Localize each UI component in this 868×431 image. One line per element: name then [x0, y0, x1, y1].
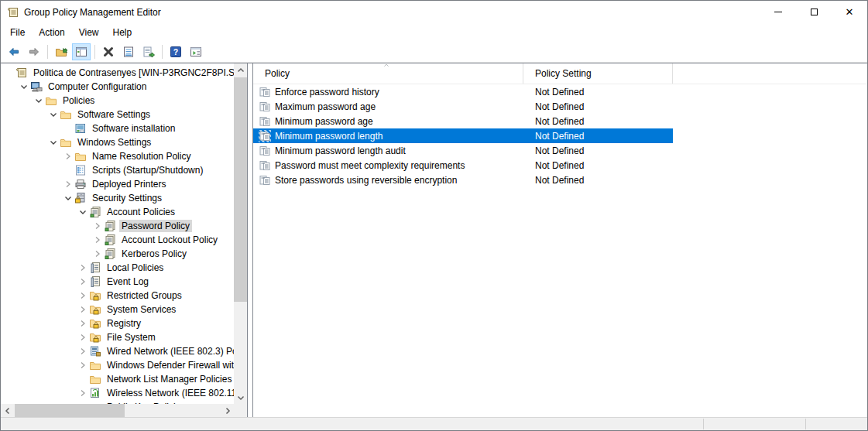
- tree-item-windows-settings[interactable]: Windows Settings: [1, 135, 234, 149]
- action-pane-button[interactable]: [187, 43, 205, 60]
- chevron-right-icon[interactable]: [77, 303, 89, 316]
- scroll-left-button[interactable]: [1, 404, 14, 417]
- policy-setting-label: Not Defined: [523, 116, 673, 127]
- policy-row-password-must-meet-complexity-requirements[interactable]: Password must meet complexity requiremen…: [253, 158, 673, 173]
- tree-item-label: Account Policies: [105, 206, 177, 218]
- console-tree-icon: [75, 46, 87, 58]
- chevron-right-icon[interactable]: [62, 150, 74, 162]
- chevron-right-icon[interactable]: [77, 387, 89, 399]
- folder-icon: [60, 108, 72, 121]
- binary-doc-icon: [259, 130, 271, 142]
- sort-ascending-icon: [383, 64, 393, 72]
- chevron-right-icon[interactable]: [77, 331, 89, 344]
- tree-item-label: Windows Settings: [75, 136, 153, 149]
- chevron-right-icon[interactable]: [77, 262, 89, 274]
- help-button[interactable]: [166, 43, 185, 60]
- chevron-down-icon[interactable]: [18, 80, 30, 93]
- horizontal-scroll-thumb[interactable]: [15, 404, 125, 417]
- console-tree-button[interactable]: [72, 43, 91, 60]
- tree-item-politica-de-contrasenyes-win-p3rgnc2f8pi-smx-il[interactable]: Politica de Contrasenyes [WIN-P3RGNC2F8P…: [1, 66, 234, 80]
- tree-item-network-list-manager-policies[interactable]: Network List Manager Policies: [1, 372, 234, 386]
- policy-row-minimum-password-age[interactable]: Minimum password ageNot Defined: [253, 114, 673, 128]
- menu-view[interactable]: View: [72, 26, 106, 39]
- tree-item-label: Security Settings: [90, 192, 164, 204]
- chevron-down-icon[interactable]: [47, 108, 60, 121]
- tree-item-policies[interactable]: Policies: [1, 94, 234, 108]
- chevron-right-icon[interactable]: [77, 289, 89, 302]
- vertical-scroll-thumb[interactable]: [234, 77, 247, 302]
- tree-item-security-settings[interactable]: Security Settings: [1, 191, 234, 205]
- tree-horizontal-scrollbar[interactable]: [1, 404, 234, 417]
- policy-row-minimum-password-length-audit[interactable]: Minimum password length auditNot Defined: [253, 143, 673, 158]
- tree-item-label: Computer Configuration: [46, 80, 149, 93]
- forward-arrow-button[interactable]: [25, 43, 43, 60]
- chevron-spacer: [62, 122, 74, 135]
- security-settings-icon: [74, 192, 87, 204]
- tree-item-software-installation[interactable]: Software installation: [1, 121, 234, 135]
- scroll-right-button[interactable]: [221, 404, 234, 417]
- policy-row-minimum-password-length[interactable]: Minimum password lengthNot Defined: [253, 128, 673, 143]
- tree-item-deployed-printers[interactable]: Deployed Printers: [1, 177, 234, 191]
- export-list-button[interactable]: [139, 43, 158, 60]
- tree-item-wireless-network-ieee-802-11-pol[interactable]: Wireless Network (IEEE 802.11) Pol: [1, 386, 234, 400]
- scroll-up-button[interactable]: [234, 63, 247, 77]
- tree-item-account-lockout-policy[interactable]: Account Lockout Policy: [1, 233, 234, 247]
- chevron-down-icon[interactable]: [47, 136, 60, 149]
- folder-lock-icon: [89, 317, 101, 330]
- tree-item-software-settings[interactable]: Software Settings: [1, 108, 234, 121]
- tree-item-kerberos-policy[interactable]: Kerberos Policy: [1, 247, 234, 261]
- policy-list-panel: Policy Policy Setting Enforce password h…: [252, 63, 867, 417]
- software-package-icon: [74, 122, 87, 135]
- back-arrow-button[interactable]: [5, 43, 23, 60]
- tree-item-local-policies[interactable]: Local Policies: [1, 261, 234, 275]
- chevron-right-icon[interactable]: [62, 178, 74, 190]
- tree-item-windows-defender-firewall-with-a[interactable]: Windows Defender Firewall with A: [1, 358, 234, 372]
- close-button[interactable]: ✕: [832, 1, 867, 23]
- tree-item-account-policies[interactable]: Account Policies: [1, 205, 234, 219]
- maximize-button[interactable]: [796, 1, 832, 23]
- tree-vertical-scrollbar[interactable]: [234, 63, 247, 404]
- up-one-level-button[interactable]: [52, 43, 70, 60]
- tree-item-file-system[interactable]: File System: [1, 330, 234, 344]
- scrollbar-corner: [234, 404, 247, 417]
- menu-help[interactable]: Help: [106, 26, 139, 39]
- chevron-right-icon[interactable]: [77, 359, 89, 371]
- delete-button[interactable]: [99, 43, 118, 60]
- chevron-right-icon[interactable]: [91, 220, 104, 232]
- menu-file[interactable]: File: [3, 26, 32, 39]
- chevron-right-icon[interactable]: [77, 345, 89, 357]
- binary-doc-icon: [259, 86, 271, 98]
- tree-item-label: Politica de Contrasenyes [WIN-P3RGNC2F8P…: [31, 67, 234, 79]
- maximize-icon: [811, 9, 818, 15]
- tree-item-wired-network-ieee-802-3-policie[interactable]: Wired Network (IEEE 802.3) Policie: [1, 344, 234, 358]
- tree-item-computer-configuration[interactable]: Computer Configuration: [1, 80, 234, 94]
- tree-item-password-policy[interactable]: Password Policy: [1, 219, 234, 233]
- chevron-down-icon[interactable]: [33, 94, 45, 107]
- chevron-right-icon[interactable]: [77, 317, 89, 330]
- policy-row-store-passwords-using-reversible-encryption[interactable]: Store passwords using reversible encrypt…: [253, 173, 673, 187]
- chevron-down-icon[interactable]: [62, 192, 74, 204]
- tree-item-scripts-startup-shutdown[interactable]: Scripts (Startup/Shutdown): [1, 163, 234, 177]
- tree-item-registry[interactable]: Registry: [1, 316, 234, 330]
- chevron-right-icon[interactable]: [91, 234, 104, 246]
- tree-item-label: System Services: [105, 303, 178, 316]
- minimize-button[interactable]: [760, 1, 796, 23]
- folder-icon: [45, 94, 57, 107]
- properties-button[interactable]: [119, 43, 138, 60]
- column-header-policy-setting[interactable]: Policy Setting: [523, 63, 673, 84]
- menu-bar: File Action View Help: [1, 23, 867, 41]
- printer-icon: [74, 178, 87, 190]
- chevron-down-icon[interactable]: [77, 206, 89, 218]
- policy-row-maximum-password-age[interactable]: Maximum password ageNot Defined: [253, 99, 673, 114]
- policy-setting-label: Not Defined: [523, 131, 673, 142]
- chevron-right-icon[interactable]: [91, 248, 104, 260]
- chevron-right-icon[interactable]: [77, 275, 89, 288]
- tree-item-restricted-groups[interactable]: Restricted Groups: [1, 289, 234, 303]
- policy-row-enforce-password-history[interactable]: Enforce password historyNot Defined: [253, 84, 673, 99]
- scroll-down-button[interactable]: [234, 391, 247, 404]
- tree-item-system-services[interactable]: System Services: [1, 303, 234, 316]
- menu-action[interactable]: Action: [32, 26, 71, 39]
- tree-item-name-resolution-policy[interactable]: Name Resolution Policy: [1, 149, 234, 163]
- tree-item-event-log[interactable]: Event Log: [1, 275, 234, 289]
- tree-item-label: File System: [105, 331, 158, 344]
